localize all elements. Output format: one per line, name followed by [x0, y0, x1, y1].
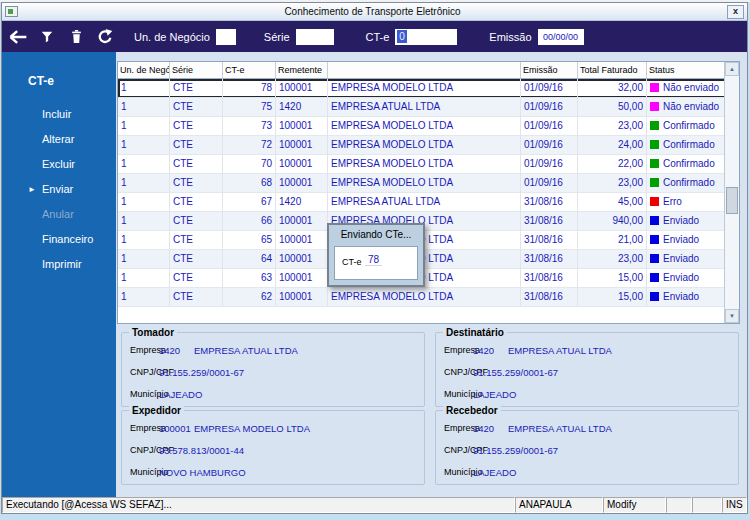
back-icon[interactable] — [8, 27, 28, 47]
titlebar: Conhecimento de Transporte Eletrônico x — [2, 3, 747, 21]
cell-serie: CTE — [170, 269, 223, 288]
cell-tot: 15,00 — [578, 269, 647, 288]
table-row[interactable]: 1CTE68100001EMPRESA MODELO LTDA01/09/162… — [118, 174, 739, 193]
municipio-row: MunicípioNOVO HAMBURGO — [130, 467, 420, 479]
cell-em: 31/08/16 — [521, 288, 578, 307]
cell-serie: CTE — [170, 193, 223, 212]
cell-rem: 100001 — [276, 212, 328, 231]
sidebar: CT-e ►Incluir►Alterar►Excluir►Enviar►Anu… — [2, 52, 116, 497]
emissao-input[interactable]: 00/00/00 — [538, 29, 584, 45]
sidebar-item-label: Financeiro — [42, 233, 93, 245]
cell-tot: 45,00 — [578, 193, 647, 212]
cell-rem: 100001 — [276, 250, 328, 269]
cell-un: 1 — [118, 193, 170, 212]
table-row[interactable]: 1CTE66100001EMPRESA MODELO LTDA31/08/169… — [118, 212, 739, 231]
cell-tot: 23,00 — [578, 117, 647, 136]
table-row[interactable]: 1CTE62100001EMPRESA MODELO LTDA31/08/161… — [118, 288, 739, 307]
table-row[interactable]: 1CTE72100001EMPRESA MODELO LTDA01/09/162… — [118, 136, 739, 155]
status-color-icon — [650, 197, 659, 206]
cell-serie: CTE — [170, 174, 223, 193]
cte-label: CT-e — [366, 31, 390, 43]
status-color-icon — [650, 235, 659, 244]
sidebar-item-label: Alterar — [42, 133, 74, 145]
column-header-serie[interactable]: Série — [170, 62, 223, 79]
groupbox-title: Destinatário — [443, 327, 507, 338]
cell-em: 01/09/16 — [521, 98, 578, 117]
municipio-row: MunicípioLAJEADO — [444, 467, 734, 479]
status-color-icon — [650, 178, 659, 187]
table-row[interactable]: 1CTE73100001EMPRESA MODELO LTDA01/09/162… — [118, 117, 739, 136]
cell-nome: EMPRESA MODELO LTDA — [328, 174, 521, 193]
statusbar-cell: Modify — [603, 497, 666, 513]
cell-serie: CTE — [170, 136, 223, 155]
table-row[interactable]: 1CTE671420EMPRESA ATUAL LTDA31/08/1645,0… — [118, 193, 739, 212]
dialog-cte-label: CT-e — [342, 257, 362, 267]
cell-cte: 63 — [223, 269, 276, 288]
status-color-icon — [650, 121, 659, 130]
column-header-un[interactable]: Un. de Negócio — [118, 62, 170, 79]
cell-em: 01/09/16 — [521, 117, 578, 136]
sidebar-item-imprimir[interactable]: ►Imprimir — [2, 252, 116, 277]
cte-input[interactable]: 0 — [395, 29, 457, 45]
scroll-up-icon[interactable]: ▲ — [725, 62, 739, 76]
party-groupbox-expedidor: ExpedidorEmpresa100001EMPRESA MODELO LTD… — [121, 410, 425, 485]
table-row[interactable]: 1CTE65100001EMPRESA MODELO LTDA31/08/162… — [118, 231, 739, 250]
cell-un: 1 — [118, 98, 170, 117]
sidebar-item-excluir[interactable]: ►Excluir — [2, 152, 116, 177]
refresh-icon[interactable] — [95, 27, 115, 47]
table-row[interactable]: 1CTE63100001EMPRESA MODELO LTDA31/08/161… — [118, 269, 739, 288]
column-header-em[interactable]: Emissão — [521, 62, 578, 79]
cell-serie: CTE — [170, 98, 223, 117]
cell-tot: 23,00 — [578, 174, 647, 193]
column-header-rem[interactable]: Remetente — [276, 62, 328, 79]
cell-un: 1 — [118, 231, 170, 250]
cell-cte: 67 — [223, 193, 276, 212]
table-row[interactable]: 1CTE751420EMPRESA ATUAL LTDA01/09/1650,0… — [118, 98, 739, 117]
cell-un: 1 — [118, 174, 170, 193]
table-row[interactable]: 1CTE64100001EMPRESA MODELO LTDA31/08/162… — [118, 250, 739, 269]
cell-rem: 100001 — [276, 288, 328, 307]
cell-em: 31/08/16 — [521, 250, 578, 269]
scroll-down-icon[interactable]: ▼ — [725, 309, 739, 323]
column-header-nome[interactable] — [328, 62, 521, 79]
toolbar: Un. de Negócio Série CT-e 0 Emissão 00/0… — [2, 21, 747, 52]
cell-rem: 100001 — [276, 174, 328, 193]
municipio-value: LAJEADO — [159, 389, 202, 400]
groupbox-title: Tomador — [129, 327, 177, 338]
serie-input[interactable] — [296, 29, 334, 45]
party-groupbox-tomador: TomadorEmpresa1420EMPRESA ATUAL LTDACNPJ… — [121, 332, 425, 407]
cell-cte: 68 — [223, 174, 276, 193]
un-negocio-input[interactable] — [216, 29, 236, 45]
status-label: Enviado — [663, 215, 699, 226]
cell-rem: 100001 — [276, 269, 328, 288]
vertical-scrollbar[interactable]: ▲ ▼ — [724, 62, 739, 323]
sidebar-item-enviar[interactable]: ►Enviar — [2, 177, 116, 202]
sidebar-item-financeiro[interactable]: ►Financeiro — [2, 227, 116, 252]
empresa-code: 1420 — [473, 345, 494, 356]
cell-tot: 940,00 — [578, 212, 647, 231]
delete-icon[interactable] — [66, 27, 86, 47]
cell-un: 1 — [118, 117, 170, 136]
cell-cte: 65 — [223, 231, 276, 250]
cell-nome: EMPRESA MODELO LTDA — [328, 117, 521, 136]
sidebar-item-alterar[interactable]: ►Alterar — [2, 127, 116, 152]
sidebar-item-incluir[interactable]: ►Incluir — [2, 102, 116, 127]
close-button[interactable]: x — [727, 5, 744, 19]
sidebar-item-label: Enviar — [42, 183, 73, 195]
scroll-thumb[interactable] — [726, 187, 738, 214]
column-header-cte[interactable]: CT-e — [223, 62, 276, 79]
municipio-value: NOVO HAMBURGO — [159, 467, 246, 478]
cnpj-row: CNPJ/CPF91.155.259/0001-67 — [130, 367, 420, 379]
table-row[interactable]: 1CTE70100001EMPRESA MODELO LTDA01/09/162… — [118, 155, 739, 174]
status-label: Enviado — [663, 272, 699, 283]
municipio-row: MunicípioLAJEADO — [130, 389, 420, 401]
sending-dialog: Enviando CTe... CT-e 78 — [327, 223, 425, 287]
empresa-code: 1420 — [473, 423, 494, 434]
sidebar-item-anular[interactable]: ►Anular — [2, 202, 116, 227]
table-row[interactable]: 1CTE78100001EMPRESA MODELO LTDA01/09/163… — [118, 79, 739, 98]
emissao-label: Emissão — [489, 31, 531, 43]
column-header-tot[interactable]: Total Faturado — [578, 62, 647, 79]
sidebar-menu: ►Incluir►Alterar►Excluir►Enviar►Anular►F… — [2, 102, 116, 277]
status-color-icon — [650, 273, 659, 282]
filter-icon[interactable] — [37, 27, 57, 47]
